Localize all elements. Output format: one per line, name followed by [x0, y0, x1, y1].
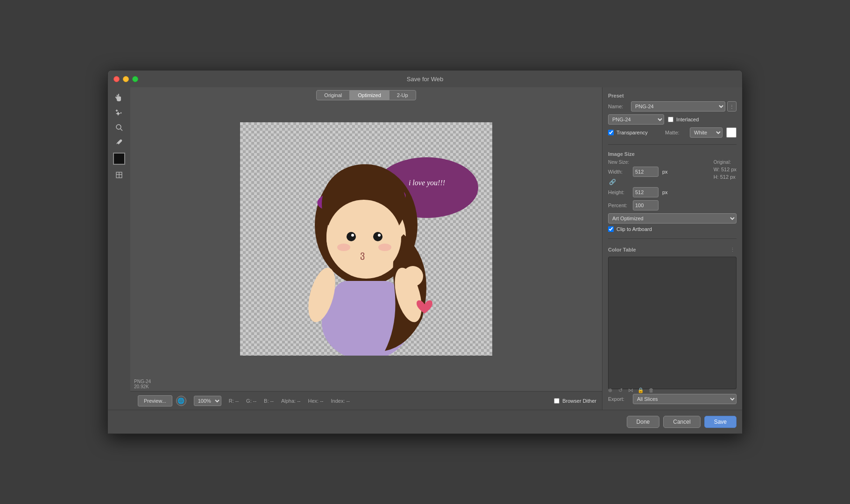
zoom-select[interactable]: 100% 50% 200%: [194, 396, 221, 406]
canvas-area: Original Optimized 2-Up i love you!!!: [130, 87, 602, 410]
index-info: Index: --: [331, 398, 350, 404]
color-swatch-tool[interactable]: [113, 153, 125, 165]
eyedropper-tool[interactable]: [112, 136, 127, 149]
action-buttons: Done Cancel Save: [108, 410, 742, 434]
titlebar: Save for Web: [108, 70, 742, 87]
svg-point-20: [337, 244, 350, 251]
percent-label: Percent:: [608, 203, 629, 208]
hex-info: Hex: --: [308, 398, 323, 404]
slice-tool[interactable]: [112, 168, 127, 182]
width-unit: px: [662, 169, 668, 175]
browser-dither-checkbox[interactable]: [554, 398, 560, 404]
preset-name-select[interactable]: PNG-24 PNG-8 JPEG High GIF 128: [631, 101, 725, 112]
tab-optimized[interactable]: Optimized: [350, 90, 389, 100]
canvas-size-label: 20.92K: [134, 384, 149, 389]
traffic-lights: [113, 76, 138, 82]
width-row: Width: px: [608, 167, 706, 177]
toolbar: [108, 87, 130, 410]
size-cols: New Size: Width: px 🔗 Height: px: [608, 160, 737, 197]
preset-section: Preset Name: PNG-24 PNG-8 JPEG High GIF …: [608, 93, 737, 138]
canvas-frame: i love you!!!: [240, 122, 492, 356]
percent-row: Percent:: [608, 200, 737, 210]
matte-label: Matte:: [665, 130, 686, 135]
b-info: B: --: [264, 398, 274, 404]
svg-point-19: [378, 234, 381, 237]
width-input[interactable]: [633, 167, 659, 177]
preset-section-label: Preset: [608, 93, 737, 98]
rotate-icon[interactable]: ↺: [616, 386, 624, 394]
link-proportions-icon[interactable]: 🔗: [608, 178, 616, 186]
color-table-actions: ⋮: [728, 245, 737, 254]
done-button[interactable]: Done: [627, 416, 660, 428]
save-for-web-window: Save for Web: [107, 70, 743, 434]
svg-rect-10: [333, 281, 399, 328]
r-info: R: --: [229, 398, 239, 404]
preset-menu-icon[interactable]: ⋮: [727, 101, 737, 112]
format-select[interactable]: PNG-24 PNG-8 JPEG GIF: [608, 114, 664, 125]
zoom-tool[interactable]: [112, 121, 127, 134]
svg-text:ვ: ვ: [360, 249, 365, 260]
canvas-wrapper: i love you!!!: [130, 100, 602, 377]
original-h: H: 512 px: [714, 174, 737, 180]
height-label: Height:: [608, 189, 629, 195]
bottom-bar: Preview... 🌐 100% 50% 200% R: -- G: -- B…: [130, 391, 602, 410]
color-table-toolbar: ⊕ ↺ ⋈ 🔒 🗑: [604, 384, 657, 396]
clip-artboard-label: Clip to Artboard: [616, 226, 652, 232]
preview-area: Preview... 🌐: [138, 395, 186, 406]
color-table-area: ⊕ ↺ ⋈ 🔒 🗑: [608, 257, 737, 389]
clip-artboard-row: Clip to Artboard: [608, 226, 737, 232]
cancel-button[interactable]: Cancel: [663, 416, 700, 428]
height-input[interactable]: [633, 187, 659, 197]
magic-wand-tool[interactable]: [112, 106, 127, 119]
svg-point-18: [351, 234, 354, 237]
transparency-label: Transparency: [616, 130, 648, 135]
browser-dither-area: Browser Dither: [554, 398, 596, 404]
close-button[interactable]: [113, 76, 120, 82]
g-info: G: --: [246, 398, 256, 404]
svg-point-21: [378, 244, 391, 251]
percent-input[interactable]: [633, 200, 659, 210]
quality-row: Art Optimized Bicubic Bilinear: [608, 213, 737, 224]
height-row: Height: px: [608, 187, 706, 197]
name-label: Name:: [608, 104, 629, 109]
maximize-button[interactable]: [132, 76, 138, 82]
color-table-section: Color Table ⋮ ⊕ ↺ ⋈ 🔒 🗑: [608, 245, 737, 389]
quality-select[interactable]: Art Optimized Bicubic Bilinear: [608, 213, 737, 224]
color-table-header: Color Table ⋮: [608, 245, 737, 254]
divider-1: [608, 144, 737, 145]
height-unit: px: [662, 189, 668, 195]
hand-tool[interactable]: [112, 91, 127, 104]
snap-icon[interactable]: ⋈: [626, 386, 635, 394]
format-row: PNG-24 PNG-8 JPEG GIF Interlaced: [608, 114, 737, 125]
window-title: Save for Web: [407, 76, 444, 83]
interlaced-checkbox[interactable]: [668, 117, 673, 122]
color-table-menu-icon[interactable]: ⋮: [728, 245, 737, 254]
image-size-label: Image Size: [608, 151, 737, 157]
interlaced-label: Interlaced: [676, 117, 699, 122]
preview-button[interactable]: Preview...: [138, 395, 172, 406]
matte-color-swatch[interactable]: [726, 127, 737, 138]
original-size-col: Original: W: 512 px H: 512 px: [714, 160, 737, 197]
svg-point-16: [347, 232, 356, 241]
width-label: Width:: [608, 169, 629, 175]
clip-artboard-checkbox[interactable]: [608, 226, 614, 232]
transparency-checkbox-row: Transparency: [608, 130, 648, 135]
preset-name-row: Name: PNG-24 PNG-8 JPEG High GIF 128 ⋮: [608, 101, 737, 112]
lock-icon[interactable]: 🔒: [637, 386, 645, 394]
svg-point-25: [403, 266, 423, 287]
canvas-format-label: PNG-24: [134, 379, 151, 384]
alpha-info: Alpha: --: [281, 398, 301, 404]
transparency-checkbox[interactable]: [608, 130, 614, 135]
globe-icon[interactable]: 🌐: [176, 396, 186, 406]
tab-2up[interactable]: 2-Up: [389, 90, 416, 100]
delete-icon[interactable]: 🗑: [647, 386, 655, 394]
matte-select[interactable]: White Black None: [690, 127, 722, 138]
save-button[interactable]: Save: [704, 416, 737, 428]
minimize-button[interactable]: [123, 76, 129, 82]
svg-line-1: [120, 129, 122, 131]
map-icon[interactable]: ⊕: [606, 386, 614, 394]
transparency-row: Transparency Matte: White Black None: [608, 127, 737, 138]
view-tabs: Original Optimized 2-Up: [130, 87, 602, 100]
tab-original[interactable]: Original: [316, 90, 350, 100]
original-header: Original:: [714, 160, 737, 165]
